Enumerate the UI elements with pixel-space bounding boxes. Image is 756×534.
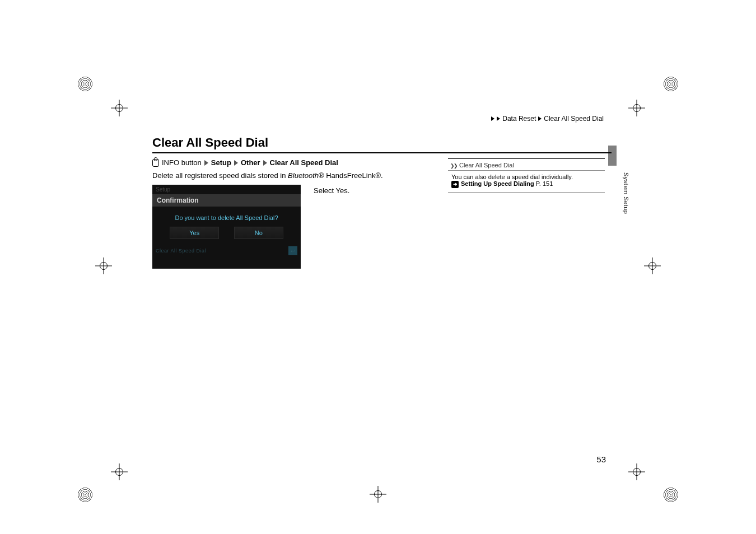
registration-mark: [77, 76, 93, 92]
callout-box: Clear All Speed Dial You can also delete…: [448, 158, 605, 193]
breadcrumb-text: Setup: [211, 158, 231, 167]
callout-title: Clear All Speed Dial: [459, 162, 514, 168]
desc-bt: Bluetooth: [288, 171, 319, 180]
sel-prefix: Select: [314, 186, 336, 195]
callout-bottom-rule: [448, 192, 605, 193]
crop-mark: [95, 257, 112, 274]
chevron-right-icon: [204, 160, 208, 166]
lcd-footer-text: Clear All Speed Dial: [156, 248, 206, 254]
crop-mark: [111, 100, 128, 116]
breadcrumb-text: INFO button: [162, 158, 202, 167]
page-number: 53: [596, 455, 606, 464]
registration-mark: [663, 487, 679, 503]
callout-line: You can also delete a speed dial individ…: [451, 174, 601, 180]
lcd-setup-label: Setup: [152, 185, 301, 194]
lcd-confirmation-title: Confirmation: [152, 194, 301, 207]
desc-text: ® HandsFreeLink®.: [319, 171, 383, 180]
thumb-tab: [608, 146, 617, 166]
no-button[interactable]: No: [234, 227, 283, 239]
registration-mark: [77, 487, 93, 503]
runhead-seg: Clear All Speed Dial: [544, 115, 604, 123]
registration-mark: [663, 76, 679, 92]
return-icon[interactable]: ↩: [288, 246, 297, 255]
runhead-seg: Data Reset: [502, 115, 536, 123]
running-header: Data Reset Clear All Speed Dial: [491, 115, 604, 123]
title-rule: [152, 152, 612, 153]
step-text: Select Yes.: [314, 186, 349, 195]
yes-button[interactable]: Yes: [170, 227, 219, 239]
description: Delete all registered speed dials stored…: [152, 171, 383, 180]
breadcrumb: INFO button Setup Other Clear All Speed …: [152, 158, 338, 167]
crop-mark: [370, 486, 386, 503]
callout-title-row: Clear All Speed Dial: [448, 158, 605, 171]
chevron-right-icon: [538, 116, 542, 121]
crop-mark: [111, 463, 128, 480]
screenshot-dialog: Setup Confirmation Do you want to delete…: [152, 185, 301, 269]
chevron-right-icon: [497, 116, 500, 121]
crop-mark: [628, 100, 645, 116]
chevron-right-icon: [491, 116, 494, 121]
callout-body: You can also delete a speed dial individ…: [448, 171, 605, 192]
sel-suffix: .: [348, 186, 350, 195]
callout-link: Setting Up Speed Dialing: [461, 180, 534, 187]
joystick-icon: [152, 159, 159, 167]
side-section-label: System Setup: [623, 172, 629, 214]
double-chevron-icon: [450, 162, 457, 168]
chevron-right-icon: [263, 160, 267, 166]
page-title: Clear All Speed Dial: [152, 135, 268, 150]
crop-mark: [628, 463, 645, 480]
breadcrumb-text: Other: [241, 158, 260, 167]
chevron-right-icon: [234, 160, 238, 166]
breadcrumb-text: Clear All Speed Dial: [270, 158, 338, 167]
link-icon: [451, 180, 461, 187]
sel-yes: Yes: [336, 186, 348, 195]
callout-pageref: P. 151: [536, 180, 553, 187]
crop-mark: [644, 257, 661, 274]
lcd-question: Do you want to delete All Speed Dial?: [152, 207, 301, 227]
desc-text: Delete all registered speed dials stored…: [152, 171, 288, 180]
